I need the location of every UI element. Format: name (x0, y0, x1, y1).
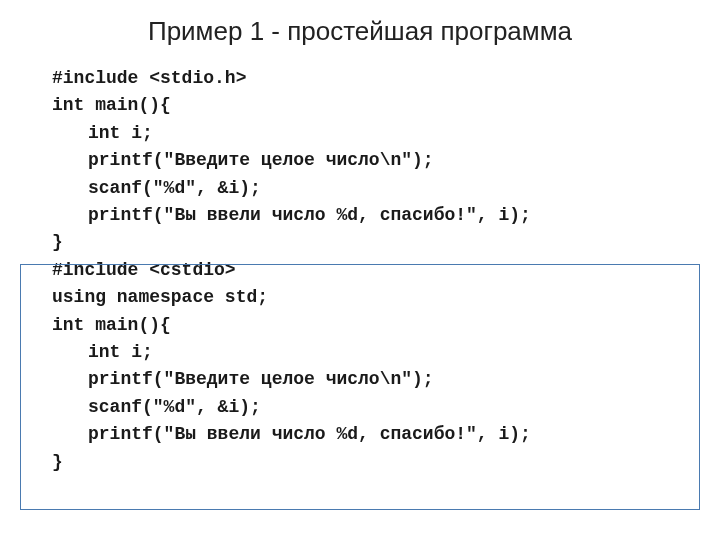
code-block-c: #include <stdio.h> int main(){ int i; pr… (28, 65, 692, 257)
code-line: printf("Вы ввели число %d, спасибо!", i)… (52, 202, 692, 229)
highlight-box (20, 264, 700, 510)
code-line: scanf("%d", &i); (52, 175, 692, 202)
page-title: Пример 1 - простейшая программа (28, 16, 692, 47)
slide: Пример 1 - простейшая программа #include… (0, 0, 720, 540)
code-line: printf("Введите целое число\n"); (52, 147, 692, 174)
code-line: int i; (52, 120, 692, 147)
code-line: } (52, 229, 692, 256)
code-line: int main(){ (52, 92, 692, 119)
code-line: #include <stdio.h> (52, 65, 692, 92)
